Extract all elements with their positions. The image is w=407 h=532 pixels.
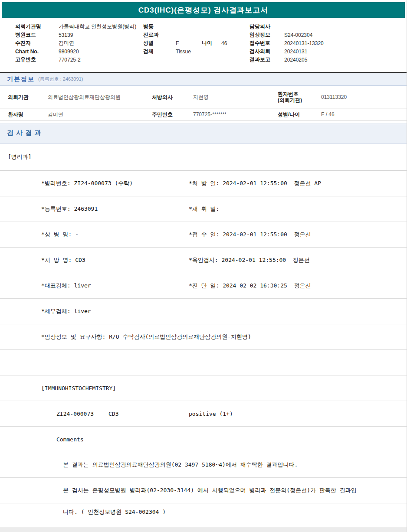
result-detail-row: *처 방 명: CD3 *육안검사: 2024-02-01 12:55:00 정…	[0, 248, 407, 273]
info-value: 770725-2	[59, 57, 81, 63]
info-label: 접수번호	[249, 39, 284, 47]
detail-left: *등록번호: 2463091	[41, 205, 98, 213]
detail-right: *진 단 일: 2024-02-02 16:30:25 정은선	[189, 282, 311, 290]
ihc-header-label: [IMMUNOHISTOCHEMISTRY]	[41, 385, 116, 392]
info-value: Tissue	[176, 49, 191, 55]
field-label: 환자명	[0, 111, 48, 118]
info-value: 53139	[59, 32, 73, 38]
info-value: 가톨릭대학교 인천성모병원(병리)	[59, 23, 136, 30]
result-detail-row: *대표검체: liver *진 단 일: 2024-02-02 16:30:25…	[0, 273, 407, 299]
info-label: Chart No.	[15, 49, 59, 55]
detail-left: *대표검체: liver	[41, 282, 91, 290]
patient-attrs-group: 병동 진료과 성별 F 나이 46 검체 Tissue	[143, 23, 227, 55]
info-label: 결과보고	[249, 56, 284, 63]
info-label: 수진자	[15, 39, 59, 47]
field-value: 김미연	[48, 111, 152, 118]
info-label: 병동	[143, 23, 176, 30]
info-label: 임상정보	[249, 31, 284, 39]
order-meta-group: 담당의사 임상정보 S24-002304 접수번호 20240131-13320…	[249, 23, 324, 64]
info-value: 20240131	[284, 49, 307, 55]
info-value: 20240131-13320	[284, 40, 324, 46]
comment-line: 본 결과는 의료법인삼광의료재단삼광의원(02-3497-5180~4)에서 재…	[63, 461, 298, 469]
info-row: 임상정보 S24-002304	[249, 31, 324, 39]
info-row: 병원코드 53139	[15, 31, 136, 39]
table-row: 환자명 김미연 주민번호 770725-******* 성별/나이 F / 46	[0, 108, 407, 121]
field-value: 지현영	[193, 94, 278, 101]
field-value: F / 46	[321, 111, 407, 117]
patient-info-header: 의뢰기관명 가톨릭대학교 인천성모병원(병리) 병원코드 53139 수진자 김…	[0, 23, 407, 71]
test-result: positive (1+)	[189, 411, 233, 417]
section-title: 검 사 결 과	[7, 129, 42, 137]
referring-org-group: 의뢰기관명 가톨릭대학교 인천성모병원(병리) 병원코드 53139 수진자 김…	[15, 23, 136, 64]
result-detail-row: *세부검체: liver	[0, 299, 407, 324]
detail-left: *세부검체: liver	[41, 307, 91, 315]
results-body: [병리과] *병리번호: ZI24-000073 (수탁) *처 방 일: 20…	[0, 144, 407, 520]
info-row: 진료과	[143, 31, 227, 39]
info-value: 46	[221, 40, 227, 46]
info-row: 성별 F 나이 46	[143, 39, 227, 47]
comment-line-row: 본 검사는 은평성모병원 병리과(02-2030-3144) 에서 시행되었으며…	[0, 478, 407, 503]
field-label: 주민번호	[152, 111, 193, 118]
table-row: 의뢰기관 의료법인삼광의료재단삼광의원 처방의사 지현영 환자번호 (의뢰기관)…	[0, 86, 407, 108]
field-label-line2: (의뢰기관)	[278, 97, 321, 103]
info-value: F	[176, 40, 202, 46]
comment-line: 니다. ( 인천성모병원 S24-002304 )	[63, 508, 166, 516]
info-row: 접수번호 20240131-13320	[249, 39, 324, 47]
field-value: 770725-*******	[193, 111, 278, 117]
field-label: 환자번호 (의뢰기관)	[278, 91, 321, 103]
detail-left: *임상정보 및 요구사항: R/O 수탁검사(의료법인삼광의료재단삼광의원-지현…	[41, 333, 251, 341]
info-row: 의뢰기관명 가톨릭대학교 인천성모병원(병리)	[15, 23, 136, 31]
info-row: 검사의뢰 20240131	[249, 47, 324, 55]
result-detail-row: *상 병 명: - *접 수 일: 2024-02-01 12:55:00 정은…	[0, 222, 407, 248]
basic-info-section-header: 기본정보 (등록번호 : 2463091)	[0, 73, 407, 86]
info-label: 의뢰기관명	[15, 23, 59, 30]
result-detail-row: *임상정보 및 요구사항: R/O 수탁검사(의료법인삼광의료재단삼광의원-지현…	[0, 324, 407, 350]
department-row: [병리과]	[0, 144, 407, 171]
info-label: 고유번호	[15, 56, 59, 63]
detail-right: *처 방 일: 2024-02-01 12:55:00 정은선 AP	[189, 180, 321, 187]
section-subtitle: (등록번호 : 2463091)	[38, 76, 83, 82]
horizontal-scrollbar[interactable]	[0, 527, 407, 532]
info-value: 20240205	[284, 57, 307, 63]
specimen-number: ZI24-000073	[56, 411, 94, 417]
info-label: 진료과	[143, 31, 176, 39]
report-title-banner: CD3(IHC)(은평성모) 검사결과보고서	[2, 2, 405, 18]
comment-line-row: 본 결과는 의료법인삼광의료재단삼광의원(02-3497-5180~4)에서 재…	[0, 452, 407, 478]
info-row: Chart No. 9809920	[15, 47, 136, 55]
info-value: 김미연	[59, 39, 74, 47]
ihc-result-row: ZI24-000073 CD3 positive (1+)	[0, 401, 407, 427]
department-label: [병리과]	[8, 153, 32, 161]
info-row: 검체 Tissue	[143, 47, 227, 55]
empty-row	[0, 350, 407, 375]
test-name: CD3	[108, 411, 118, 417]
field-value: 의료법인삼광의료재단삼광의원	[48, 94, 152, 101]
info-label: 담당의사	[249, 23, 284, 30]
detail-left: *병리번호: ZI24-000073 (수탁)	[41, 180, 133, 187]
result-detail-row: *등록번호: 2463091 *채 취 일:	[0, 196, 407, 222]
info-row: 고유번호 770725-2	[15, 55, 136, 64]
info-label: 검사의뢰	[249, 48, 284, 55]
info-value: S24-002304	[284, 32, 312, 38]
detail-right: *접 수 일: 2024-02-01 12:55:00 정은선	[189, 231, 311, 238]
info-row: 결과보고 20240205	[249, 55, 324, 64]
info-row: 담당의사	[249, 23, 324, 31]
detail-left: *처 방 명: CD3	[41, 256, 85, 264]
comments-header-row: Comments	[0, 427, 407, 452]
info-label: 나이	[202, 39, 221, 47]
field-label: 처방의사	[152, 94, 193, 101]
info-value: 9809920	[59, 49, 79, 55]
results-section-header: 검 사 결 과	[0, 124, 407, 144]
report-title: CD3(IHC)(은평성모) 검사결과보고서	[138, 5, 269, 15]
info-label: 검체	[143, 48, 176, 55]
comments-label: Comments	[56, 436, 84, 443]
comment-line-row: 니다. ( 인천성모병원 S24-002304 )	[0, 503, 407, 520]
info-label: 성별	[143, 39, 176, 47]
detail-left: *상 병 명: -	[41, 231, 79, 238]
ihc-header-row: [IMMUNOHISTOCHEMISTRY]	[0, 375, 407, 401]
info-row: 수진자 김미연	[15, 39, 136, 47]
comment-line: 본 검사는 은평성모병원 병리과(02-2030-3144) 에서 시행되었으며…	[63, 486, 357, 494]
field-label: 성별/나이	[278, 111, 321, 118]
detail-right: *육안검사: 2024-02-01 12:55:00 정은선	[189, 256, 310, 264]
basic-info-table: 의뢰기관 의료법인삼광의료재단삼광의원 처방의사 지현영 환자번호 (의뢰기관)…	[0, 86, 407, 121]
field-label-line1: 환자번호	[278, 91, 321, 97]
